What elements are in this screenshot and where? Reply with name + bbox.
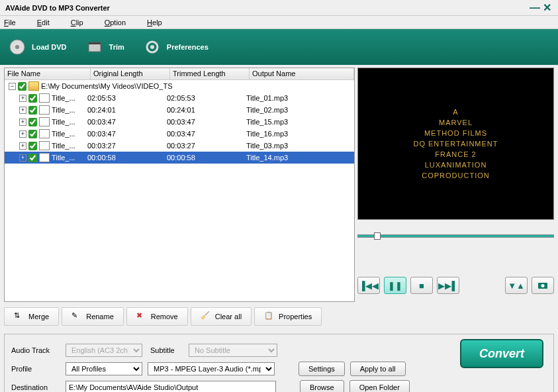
menu-help[interactable]: Help [147, 19, 162, 26]
menu-clip[interactable]: Clip [71, 19, 83, 26]
profile-label: Profile [11, 365, 60, 373]
expand-icon[interactable]: + [19, 154, 26, 162]
slider-thumb[interactable] [374, 232, 381, 240]
header-filename[interactable]: File Name [5, 68, 91, 79]
root-checkbox[interactable] [18, 82, 26, 91]
row-checkbox[interactable] [28, 118, 37, 126]
row-checkbox[interactable] [28, 130, 37, 138]
cell-trimlen: 00:03:27 [167, 142, 246, 150]
cell-trimlen: 00:03:47 [167, 130, 246, 138]
prev-button[interactable]: ▐◀◀ [357, 277, 380, 294]
main-area: File Name Original Length Trimmed Length… [0, 65, 558, 303]
browse-button[interactable]: Browse [300, 380, 344, 392]
merge-button[interactable]: ⇅Merge [4, 307, 59, 326]
table-row[interactable]: +Title_...00:03:2700:03:27Title_03.mp3 [5, 140, 354, 152]
cell-outname: Title_03.mp3 [246, 142, 291, 150]
collapse-icon[interactable]: − [9, 83, 16, 90]
expand-icon[interactable]: + [19, 95, 26, 102]
openfolder-button[interactable]: Open Folder [349, 380, 410, 392]
table-row[interactable]: +Title_...00:00:5800:00:58Title_14.mp3 [5, 152, 354, 164]
menubar: File Edit Clip Option Help [0, 16, 558, 29]
menu-edit[interactable]: Edit [37, 19, 50, 26]
clearall-button[interactable]: 🧹Clear all [191, 307, 252, 326]
cell-origlen: 00:00:58 [87, 154, 167, 162]
expand-icon[interactable]: + [19, 119, 26, 126]
video-preview: A MARVEL METHOD FILMS DQ ENTERTAINMENT F… [357, 68, 554, 220]
cell-origlen: 00:03:47 [87, 118, 167, 126]
pause-button[interactable]: ❚❚ [384, 277, 406, 294]
header-origlen[interactable]: Original Length [91, 68, 170, 79]
cell-trimlen: 00:00:58 [167, 154, 246, 162]
minimize-button[interactable]: — [529, 2, 541, 14]
file-icon [39, 153, 50, 162]
cell-title: Title_... [52, 130, 87, 138]
preview-line: A [453, 108, 458, 116]
rename-button[interactable]: ✎Rename [62, 307, 124, 326]
cell-outname: Title_01.mp3 [246, 94, 291, 102]
row-checkbox[interactable] [28, 94, 37, 103]
folder-open-icon [28, 81, 39, 91]
trim-button[interactable]: Trim [85, 38, 124, 56]
convert-button[interactable]: Convert [460, 339, 543, 368]
file-icon [39, 93, 50, 103]
fullscreen-button[interactable]: ▼▲ [505, 277, 528, 294]
snapshot-button[interactable] [532, 277, 554, 294]
destination-input[interactable] [66, 381, 276, 392]
cell-outname: Title_15.mp3 [246, 118, 291, 126]
remove-icon: ✖ [136, 311, 147, 322]
file-list-panel: File Name Original Length Trimmed Length… [4, 68, 355, 302]
row-checkbox[interactable] [28, 142, 37, 150]
table-row[interactable]: +Title_...00:24:0100:24:01Title_02.mp3 [5, 104, 354, 116]
menu-option[interactable]: Option [105, 19, 126, 26]
expand-icon[interactable]: + [19, 107, 26, 114]
svg-point-1 [15, 45, 19, 49]
stop-button[interactable]: ■ [410, 277, 433, 294]
profile-format-select[interactable]: MP3 - MPEG Layer-3 Audio (*.mp3) [148, 362, 275, 375]
preview-line: COPRODUCTION [422, 172, 489, 179]
expand-icon[interactable]: + [19, 130, 26, 138]
applyall-button[interactable]: Apply to all [350, 362, 406, 376]
merge-icon: ⇅ [14, 311, 24, 322]
cell-title: Title_... [52, 142, 87, 150]
window-title: AVAide DVD to MP3 Converter [5, 4, 529, 12]
properties-button[interactable]: 📋Properties [254, 307, 322, 326]
table-row[interactable]: +Title_...02:05:5302:05:53Title_01.mp3 [5, 92, 354, 104]
broom-icon: 🧹 [201, 311, 211, 322]
tree-root[interactable]: − E:\My Documents\My Videos\VIDEO_TS [5, 80, 354, 92]
settings-button[interactable]: Settings [299, 362, 345, 376]
cell-origlen: 00:03:27 [87, 142, 167, 150]
preview-line: FRANCE 2 [435, 150, 476, 158]
close-button[interactable]: ✕ [541, 1, 553, 14]
file-icon [39, 129, 50, 138]
trim-label: Trim [109, 43, 124, 51]
header-trimlen[interactable]: Trimmed Length [170, 68, 250, 79]
subtitle-select[interactable]: No Subtitle [189, 344, 277, 357]
cell-origlen: 00:03:47 [87, 130, 167, 138]
slider-track[interactable] [357, 234, 554, 238]
expand-icon[interactable]: + [19, 142, 26, 150]
dvd-icon [8, 38, 26, 56]
table-row[interactable]: +Title_...00:03:4700:03:47Title_16.mp3 [5, 128, 354, 140]
menu-file[interactable]: File [4, 19, 16, 26]
profile-category-select[interactable]: All Profiles [66, 362, 142, 375]
next-button[interactable]: ▶▶▌ [437, 277, 459, 294]
preview-panel: A MARVEL METHOD FILMS DQ ENTERTAINMENT F… [357, 68, 554, 302]
row-checkbox[interactable] [28, 106, 37, 115]
file-icon [39, 141, 50, 150]
audiotrack-select[interactable]: English (AC3 2ch) [66, 344, 142, 357]
remove-button[interactable]: ✖Remove [126, 307, 188, 326]
svg-point-5 [150, 45, 154, 49]
file-icon [39, 105, 50, 115]
table-row[interactable]: +Title_...00:03:4700:03:47Title_15.mp3 [5, 116, 354, 128]
cell-trimlen: 02:05:53 [167, 94, 246, 102]
load-dvd-button[interactable]: Load DVD [8, 38, 67, 56]
audiotrack-label: Audio Track [11, 346, 60, 354]
row-checkbox[interactable] [28, 154, 37, 162]
seek-slider[interactable] [357, 228, 554, 244]
rename-icon: ✎ [71, 311, 82, 322]
cell-title: Title_... [52, 106, 87, 114]
header-outname[interactable]: Output Name [250, 68, 354, 79]
file-tree[interactable]: − E:\My Documents\My Videos\VIDEO_TS +Ti… [5, 80, 354, 301]
preferences-button[interactable]: Preferences [143, 38, 209, 56]
cell-outname: Title_16.mp3 [246, 130, 291, 138]
